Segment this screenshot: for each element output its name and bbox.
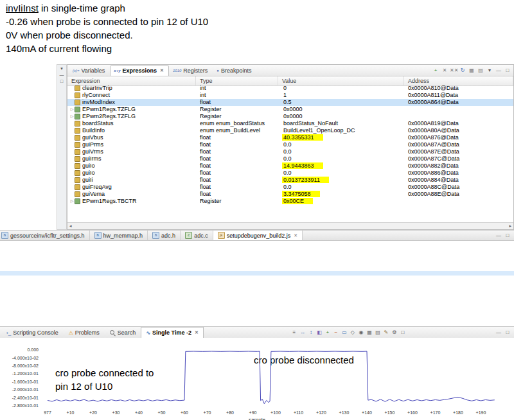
tab-registers[interactable]: 1010 Registers [169, 66, 213, 76]
tab-variables-label: Variables [82, 67, 105, 74]
tab-breakpoints[interactable]: ● Breakpoints [213, 66, 256, 76]
collapse-all-icon[interactable]: ▤ [477, 67, 484, 74]
y-tick-label: -4.000x10-02 [1, 356, 39, 360]
tab-scripting-console[interactable]: ›_Scripting Console [1, 327, 64, 338]
type-cell: enum enum_BuildLevel [196, 127, 278, 134]
tab-expressions[interactable]: x+y Expressions ✕ [110, 66, 169, 76]
zoom-out-icon[interactable]: − [332, 329, 340, 337]
strip-minimize-icon[interactable]: — [58, 72, 66, 78]
type-cell: Register [196, 106, 278, 113]
address-cell: 0x0000A876@Data [404, 134, 513, 141]
waveform-line [48, 351, 495, 404]
cursor-vertical-icon[interactable]: ↕ [307, 329, 315, 337]
strip-maximize-icon[interactable]: □ [58, 78, 66, 85]
table-row[interactable]: BuildInfoenum enum_BuildLevelBuildLevel1… [67, 127, 513, 134]
editor-tab-adc-h[interactable]: hadc.h [148, 231, 181, 240]
editor-tab-gessourceinv-icfltr-settings-h[interactable]: hgessourceinv/icfltr_settings.h [0, 231, 90, 240]
expression-icon [75, 163, 80, 169]
legend-icon[interactable]: ≡ [290, 329, 298, 337]
tab-single-time-2[interactable]: ∿Single Time -2✕ [141, 327, 203, 338]
tab-variables[interactable]: (x)= Variables [69, 66, 110, 76]
column-header-type[interactable]: Type [196, 76, 278, 85]
minimize-editor-icon[interactable]: — [495, 232, 502, 240]
address-cell: 0x0000A819@Data [404, 120, 513, 127]
settings-icon[interactable]: ⚙ [391, 329, 398, 337]
maximize-panel-icon[interactable]: □ [399, 329, 407, 337]
maximize-editor-icon[interactable]: □ [504, 232, 511, 240]
column-header-value[interactable]: Value [278, 76, 404, 85]
table-row[interactable]: ▷EPwm2Regs.TZFLGRegister0x0000 [67, 113, 513, 120]
value-cell: 0.0 [278, 148, 404, 155]
table-row[interactable]: clearInvTripint00x0000A810@Data [67, 85, 513, 92]
properties-icon[interactable]: ✎ [382, 329, 390, 337]
expression-icon [75, 177, 80, 183]
file-icon: h [152, 232, 159, 239]
minimize-view-icon[interactable]: — [495, 67, 502, 74]
strip-view-menu-icon[interactable]: ▾ [58, 66, 66, 72]
x-tick-label: +40 [135, 410, 143, 415]
add-expression-icon[interactable]: + [432, 67, 439, 74]
column-header-expression[interactable]: Expression [67, 76, 196, 85]
tab-problems[interactable]: ⚠Problems [64, 327, 105, 338]
address-cell: 0x0000A864@Data [404, 99, 513, 106]
expression-name: guiVema [82, 191, 105, 198]
scroll-right-icon[interactable]: ▸ [509, 223, 511, 229]
expression-cell: ▷EPwm1Regs.TZFLG [67, 106, 196, 113]
expand-arrow-icon[interactable]: ▷ [69, 113, 75, 120]
single-time-graph[interactable]: cro probe disconnected cro probe connect… [0, 338, 514, 420]
measurement-icon[interactable]: ◧ [315, 329, 323, 337]
value-text: 0.0 [282, 170, 293, 176]
tab-registers-label: Registers [183, 67, 208, 74]
editor-tab-adc-c[interactable]: cadc.c [181, 231, 213, 240]
remove-all-expressions-icon[interactable]: ✕✕ [450, 67, 457, 74]
table-row[interactable]: guiIofloat14.94438630x0000A882@Data [67, 162, 513, 170]
expression-name: invModIndex [82, 99, 115, 106]
expand-arrow-icon[interactable]: ▷ [69, 106, 75, 113]
bottom-tab-label: Scripting Console [13, 329, 58, 336]
maximize-bottom-panel-icon[interactable]: □ [504, 329, 511, 337]
x-tick-label: +180 [453, 410, 463, 415]
maximize-view-icon[interactable]: □ [504, 67, 511, 74]
table-row[interactable]: guiIrmsfloat0.00x0000A87C@Data [67, 155, 513, 162]
table-row[interactable]: guiIofloat0.00x0000A886@Data [67, 170, 513, 177]
expression-name: guiIo [82, 170, 95, 177]
close-graph-tab-icon[interactable]: ✕ [195, 330, 199, 335]
pan-icon[interactable]: ◇ [349, 329, 357, 337]
editor-area[interactable] [0, 241, 514, 326]
camera-icon[interactable]: ◉ [357, 329, 365, 337]
tab-search[interactable]: Search [105, 327, 141, 338]
column-header-address[interactable]: Address [404, 76, 513, 85]
export-icon[interactable]: ▤ [374, 329, 382, 337]
grid-icon[interactable]: ▦ [366, 329, 373, 337]
cursor-horizontal-icon[interactable]: ↔ [299, 329, 306, 337]
table-row[interactable]: guiIifloat0.01372339110x0000A884@Data [67, 177, 513, 184]
expand-arrow-icon[interactable]: ▷ [69, 198, 75, 205]
close-expressions-tab-icon[interactable]: ✕ [160, 68, 164, 73]
table-row[interactable]: guiVrmsfloat0.00x0000A87E@Data [67, 148, 513, 155]
editor-tab-setupdebugenv-build2-js[interactable]: jssetupdebugenv_build2.js✕ [213, 231, 303, 240]
editor-tab-hw-memmap-h[interactable]: hhw_memmap.h [90, 231, 148, 240]
file-icon: h [94, 232, 102, 239]
address-cell: 0x0000A884@Data [404, 177, 513, 184]
table-row[interactable]: guiFreqAvgfloat0.00x0000A88C@Data [67, 184, 513, 191]
view-menu-icon[interactable]: ▾ [486, 67, 493, 74]
refresh-icon[interactable]: ↻ [459, 67, 466, 74]
scroll-left-icon[interactable]: ◂ [69, 223, 72, 229]
table-row[interactable]: boardStatusenum enum_boardStatusboardSta… [67, 120, 513, 127]
zoom-fit-icon[interactable]: ▭ [341, 329, 348, 337]
table-row[interactable]: guiPrmsfloat0.00x0000A87A@Data [67, 141, 513, 148]
show-types-icon[interactable]: ▦ [468, 67, 475, 74]
remove-expression-icon[interactable]: ✕ [441, 67, 448, 74]
table-row[interactable]: guiVbusfloat40.33553310x0000A876@Data [67, 134, 513, 141]
table-row[interactable]: ▷EPwm1Regs.TBCTRRegister0x00CE [67, 198, 513, 205]
x-tick-label: +170 [430, 410, 441, 415]
table-row[interactable]: ▷EPwm1Regs.TZFLGRegister0x0000 [67, 106, 513, 113]
search-icon [110, 330, 116, 336]
minimize-bottom-panel-icon[interactable]: — [495, 329, 502, 337]
horizontal-scrollbar[interactable]: ◂ ▸ [67, 222, 513, 229]
table-row[interactable]: rlyConnectint10x0000A811@Data [67, 92, 513, 99]
close-tab-icon[interactable]: ✕ [294, 233, 297, 238]
table-row[interactable]: invModIndexfloat0.50x0000A864@Data [67, 99, 513, 106]
zoom-in-icon[interactable]: + [324, 329, 332, 337]
table-row[interactable]: guiVemafloat3.34750580x0000A88E@Data [67, 191, 513, 198]
